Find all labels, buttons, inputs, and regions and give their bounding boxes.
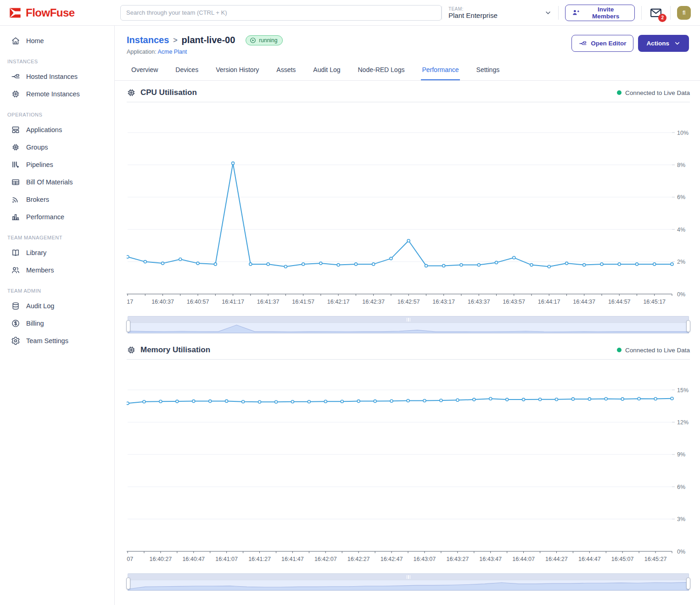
slider-preview[interactable] [128,580,689,591]
sidebar-item-label: Team Settings [26,337,68,344]
svg-text:0:17: 0:17 [127,299,133,305]
main-content: Instances > plant-live-00 running Applic… [115,26,700,605]
team-selector[interactable]: TEAM: Plant Enterprise [448,6,552,19]
sidebar: Home INSTANCES Hosted Instances Remote I… [0,26,115,605]
sidebar-item-label: Audit Log [26,302,54,310]
sidebar-item-bill-of-materials[interactable]: Bill Of Materials [0,173,114,191]
sidebar-item-label: Brokers [26,196,49,203]
svg-text:16:41:07: 16:41:07 [215,556,238,562]
slider-handle-right[interactable] [686,320,690,332]
sidebar-section-team-admin: TEAM ADMIN [0,279,114,297]
svg-text:16:42:37: 16:42:37 [362,299,385,305]
brand-name: FlowFuse [26,6,75,19]
sidebar-item-label: Members [26,266,54,274]
sidebar-section-operations: OPERATIONS [0,103,114,121]
chevron-down-icon [674,40,681,47]
sidebar-item-hosted-instances[interactable]: Hosted Instances [0,68,114,85]
tab-performance[interactable]: Performance [421,64,459,80]
slider-preview[interactable] [128,322,689,333]
chip-icon [11,89,20,99]
tab-devices[interactable]: Devices [174,64,199,80]
actions-button[interactable]: Actions [638,35,689,52]
flowfuse-logo-icon [8,6,22,19]
svg-text:16:42:57: 16:42:57 [398,299,420,305]
tab-settings[interactable]: Settings [476,64,501,80]
breadcrumb-instances-link[interactable]: Instances [127,35,169,45]
chevron-down-icon [544,9,552,17]
notifications-button[interactable]: 2 [648,6,664,20]
sidebar-item-label: Billing [26,320,44,327]
memory-section-title: Memory Utilisation [140,345,210,355]
svg-text:16:42:47: 16:42:47 [381,556,403,562]
sidebar-item-home[interactable]: Home [0,32,114,50]
sidebar-item-team-settings[interactable]: Team Settings [0,332,114,350]
application-label: Application: [127,49,157,55]
slider-drag-strip[interactable] [128,573,689,580]
applications-icon [11,125,20,134]
sidebar-item-brokers[interactable]: Brokers [0,191,114,208]
svg-text:16:43:27: 16:43:27 [446,556,469,562]
divider [641,6,642,20]
svg-text:16:43:07: 16:43:07 [414,556,436,562]
sidebar-item-label: Hosted Instances [26,73,78,80]
sidebar-item-remote-instances[interactable]: Remote Instances [0,85,114,103]
memory-range-slider[interactable] [128,573,689,591]
sidebar-item-pipelines[interactable]: Pipelines [0,156,114,173]
svg-text:16:40:47: 16:40:47 [182,556,205,562]
tab-audit-log[interactable]: Audit Log [312,64,341,80]
node-branch-icon [11,72,20,81]
svg-text:16:40:27: 16:40:27 [150,556,172,562]
node-branch-icon [579,39,587,48]
cpu-range-slider[interactable] [128,316,689,333]
sidebar-item-label: Applications [26,126,62,133]
avatar[interactable]: fl [677,6,691,20]
sidebar-item-members[interactable]: Members [0,261,114,279]
bar-chart-icon [11,212,20,222]
broadcast-icon [11,195,20,204]
svg-text:10%: 10% [677,130,689,136]
tab-node-red-logs[interactable]: Node-RED Logs [357,64,406,80]
brand[interactable]: FlowFuse [0,6,115,19]
application-link[interactable]: Acme Plant [157,49,187,55]
slider-handle-left[interactable] [126,320,130,332]
sidebar-item-applications[interactable]: Applications [0,121,114,139]
svg-text:16:44:27: 16:44:27 [545,556,568,562]
sidebar-item-audit-log[interactable]: Audit Log [0,297,114,315]
cpu-live-status: Connected to Live Data [625,89,690,96]
status-badge: running [246,35,283,45]
open-editor-button[interactable]: Open Editor [571,35,633,52]
svg-text:16:40:37: 16:40:37 [151,299,174,305]
sidebar-section-instances: INSTANCES [0,50,114,68]
sidebar-item-billing[interactable]: Billing [0,315,114,332]
sidebar-item-library[interactable]: Library [0,244,114,261]
svg-text:9%: 9% [677,451,685,458]
svg-text:16:44:07: 16:44:07 [512,556,535,562]
tab-assets[interactable]: Assets [275,64,297,80]
sidebar-item-label: Performance [26,213,64,221]
svg-text:16:42:27: 16:42:27 [347,556,370,562]
invite-members-button[interactable]: Invite Members [565,5,635,21]
sidebar-item-label: Bill Of Materials [26,178,73,186]
svg-text:16:45:07: 16:45:07 [611,556,634,562]
slider-drag-strip[interactable] [128,316,689,322]
sidebar-item-label: Remote Instances [26,90,80,98]
home-icon [11,36,20,45]
svg-text:16:44:57: 16:44:57 [608,299,631,305]
slider-handle-right[interactable] [686,577,690,589]
sidebar-item-groups[interactable]: Groups [0,139,114,156]
svg-text:16:40:57: 16:40:57 [187,299,209,305]
tab-overview[interactable]: Overview [130,64,159,80]
cpu-section-title: CPU Utilisation [140,88,197,97]
slider-handle-left[interactable] [126,577,130,589]
svg-text:0%: 0% [677,291,685,298]
dollar-circle-icon [11,319,20,328]
groups-chip-icon [11,143,20,152]
svg-text:8%: 8% [677,162,685,168]
divider [442,6,442,20]
chip-icon [127,345,136,355]
tab-version-history[interactable]: Version History [215,64,260,80]
search-input[interactable] [120,5,442,21]
sidebar-item-performance[interactable]: Performance [0,208,114,226]
divider [670,6,671,20]
svg-text:16:44:37: 16:44:37 [573,299,595,305]
